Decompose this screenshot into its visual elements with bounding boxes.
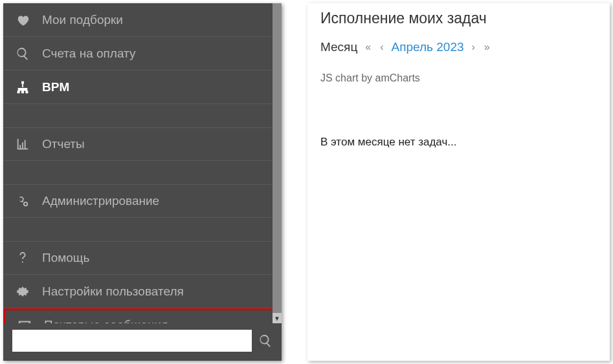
sidebar-item-help[interactable]: Помощь [3, 241, 282, 275]
period-first-button[interactable]: « [364, 41, 372, 53]
main-title: Исполнение моих задач [320, 10, 597, 27]
bar-chart-icon [12, 137, 33, 151]
period-current[interactable]: Апрель 2023 [392, 40, 464, 54]
svg-rect-0 [21, 81, 24, 83]
sidebar-item-label: Мои подборки [42, 13, 123, 27]
sidebar-item-label: Администрирование [42, 194, 159, 208]
svg-rect-2 [21, 91, 24, 93]
sidebar-item-reports[interactable]: Отчеты [3, 127, 282, 161]
period-label: Месяц [320, 40, 357, 54]
main-panel: Исполнение моих задач Месяц « ‹ Апрель 2… [307, 3, 610, 361]
scrollbar-down-arrow[interactable]: ▼ [273, 313, 282, 323]
sidebar-item-mail[interactable]: Почтовые сообщения [3, 308, 282, 323]
sidebar-spacer [3, 104, 282, 127]
sidebar-scrollbar[interactable]: ▼ [273, 3, 282, 323]
sidebar-item-bpm[interactable]: BPM [3, 70, 282, 104]
sidebar-item-label: Помощь [42, 251, 89, 265]
sidebar-item-label: Счета на оплату [42, 47, 136, 61]
heart-icon [12, 13, 33, 27]
period-next-button[interactable]: › [471, 41, 476, 53]
sidebar-item-label: BPM [42, 80, 69, 94]
sitemap-icon [12, 80, 33, 94]
sidebar-item-user-settings[interactable]: Настройки пользователя [3, 275, 282, 308]
sidebar-spacer [3, 218, 282, 241]
svg-rect-3 [26, 91, 28, 93]
period-prev-button[interactable]: ‹ [379, 41, 385, 53]
empty-tasks-message: В этом месяце нет задач... [320, 136, 597, 149]
sidebar-item-invoices[interactable]: Счета на оплату [3, 37, 282, 70]
period-selector: Месяц « ‹ Апрель 2023 › » [320, 40, 597, 54]
envelope-icon [14, 318, 35, 323]
search-icon [12, 47, 33, 61]
scrollbar-thumb[interactable] [273, 3, 282, 313]
question-icon [12, 251, 33, 265]
sidebar-item-label: Настройки пользователя [42, 284, 184, 299]
sidebar-item-admin[interactable]: Администрирование [3, 184, 282, 218]
sidebar-search-row [3, 323, 282, 361]
sidebar-item-label: Почтовые сообщения [44, 318, 168, 323]
gear-icon [12, 284, 33, 299]
sidebar-search-input[interactable] [12, 330, 252, 352]
sidebar-item-label: Отчеты [42, 137, 85, 151]
chart-credit: JS chart by amCharts [320, 72, 597, 84]
sidebar-search-button[interactable] [258, 334, 273, 348]
sidebar-item-selections[interactable]: Мои подборки [3, 3, 282, 37]
cogs-icon [12, 194, 33, 208]
sidebar-spacer [3, 161, 282, 184]
period-last-button[interactable]: » [483, 41, 491, 53]
svg-rect-1 [17, 91, 20, 93]
sidebar: Мои подборки Счета на оплату BPM Отчеты [3, 3, 282, 361]
